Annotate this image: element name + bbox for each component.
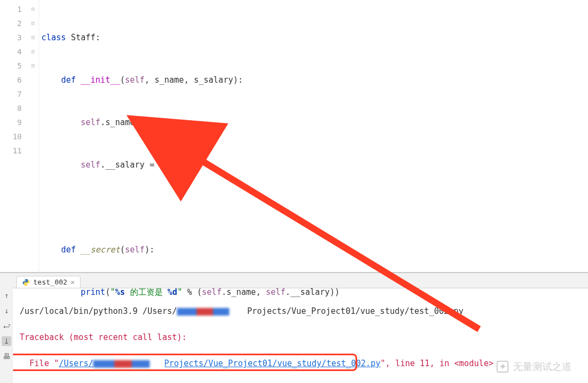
code-editor[interactable]: class Staff: def __init__(self, s_name, … xyxy=(39,0,588,272)
watermark: ✦ 无量测试之道 xyxy=(497,360,572,373)
fold-gutter: ⊟ ⊟ ⊟ ⊟ ⊟ xyxy=(27,0,39,272)
class-name: Staff xyxy=(71,33,95,42)
fold-close-icon[interactable]: ⊟ xyxy=(27,59,39,73)
svg-point-2 xyxy=(25,279,26,280)
scroll-to-end-icon[interactable]: ⤓ xyxy=(2,336,11,346)
editor-pane: 1 2 3 4 5 6 7 8 9 10 11 ⊟ ⊟ ⊟ ⊟ ⊟ class … xyxy=(0,0,588,272)
svg-point-3 xyxy=(27,284,27,285)
keyword: def xyxy=(61,75,76,85)
line-number: 11 xyxy=(0,144,22,158)
line-number: 4 xyxy=(0,45,22,59)
keyword: def xyxy=(61,245,76,255)
line-number: 3 xyxy=(0,30,22,45)
wechat-icon: ✦ xyxy=(497,361,509,373)
fold-open-icon[interactable]: ⊟ xyxy=(27,45,39,59)
fold-open-icon[interactable]: ⊟ xyxy=(27,16,39,30)
file-link[interactable]: /Users/Projects/Vue_Project01/vue_study/… xyxy=(59,359,381,368)
redacted-text xyxy=(177,308,242,316)
line-number: 6 xyxy=(0,73,22,87)
line-number: 1 xyxy=(0,2,22,16)
print-icon[interactable]: 🖶 xyxy=(2,351,11,361)
line-number-gutter: 1 2 3 4 5 6 7 8 9 10 11 xyxy=(0,0,27,272)
watermark-text: 无量测试之道 xyxy=(513,360,572,373)
tool-column: ↑ ↓ ⮐ ⤓ 🖶 xyxy=(0,273,13,383)
line-number: 2 xyxy=(0,16,22,30)
fold-open-icon[interactable]: ⊟ xyxy=(27,2,39,16)
console-line: /usr/local/bin/python3.9 /Users/ Project… xyxy=(20,305,581,318)
line-number: 10 xyxy=(0,129,22,144)
redacted-text xyxy=(93,360,164,368)
function-name: __secret xyxy=(81,245,120,255)
scroll-up-icon[interactable]: ↑ xyxy=(2,291,11,300)
function-name: __init__ xyxy=(81,75,120,85)
console-line: Traceback (most recent call last): xyxy=(20,331,581,344)
line-number: 8 xyxy=(0,101,22,115)
soft-wrap-icon[interactable]: ⮐ xyxy=(2,321,11,331)
keyword: class xyxy=(41,33,66,42)
fold-close-icon[interactable]: ⊟ xyxy=(27,30,39,45)
python-file-icon xyxy=(22,279,30,286)
line-number: 7 xyxy=(0,87,22,101)
line-number: 5 xyxy=(0,59,22,73)
self-param: self xyxy=(125,75,145,85)
line-number: 9 xyxy=(0,115,22,129)
scroll-down-icon[interactable]: ↓ xyxy=(2,306,11,316)
